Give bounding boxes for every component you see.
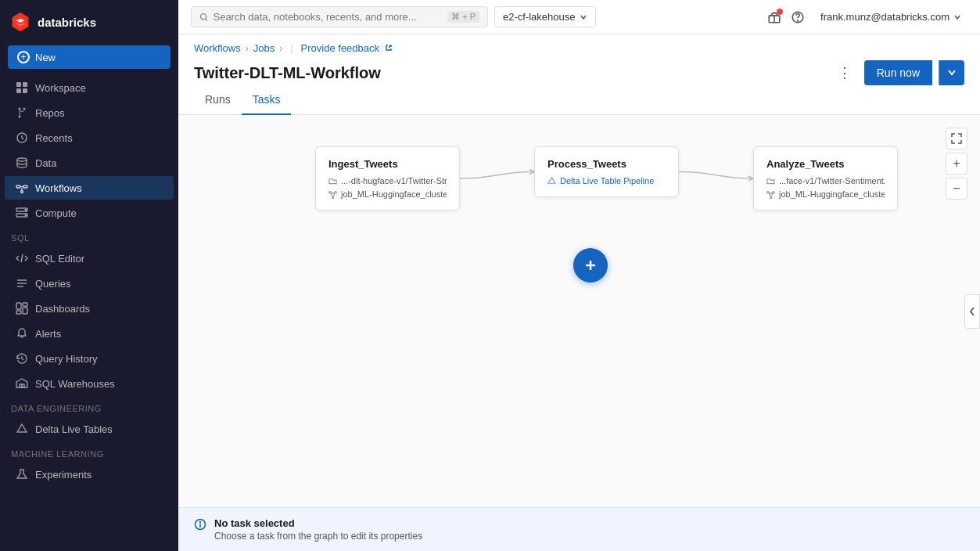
databricks-logo-icon [9, 11, 31, 33]
sidebar-item-data[interactable]: Data [5, 151, 174, 175]
workspace-label: Workspace [35, 82, 86, 94]
delta-icon [16, 423, 28, 435]
flask-icon [16, 468, 28, 481]
breadcrumb-jobs[interactable]: Jobs [253, 42, 275, 54]
task-card-process[interactable]: Process_Tweets Delta Live Table Pipeline [534, 146, 679, 197]
sidebar-item-repos[interactable]: Repos [5, 101, 174, 124]
expand-icon [951, 133, 962, 144]
page-title-row: Twitter-DLT-ML-Workflow ⋮ Run now [194, 60, 964, 85]
folder-icon-2 [766, 177, 775, 185]
more-options-button[interactable]: ⋮ [831, 61, 858, 85]
main-content: ⌘ + P e2-cf-lakehouse [178, 0, 980, 551]
sidebar-item-sql-editor[interactable]: SQL Editor [5, 247, 174, 270]
collapse-panel-button[interactable] [964, 294, 980, 329]
sidebar-item-workspace[interactable]: Workspace [5, 76, 174, 99]
sidebar-item-dashboards[interactable]: Dashboards [5, 297, 174, 320]
sidebar-item-recents[interactable]: Recents [5, 126, 174, 149]
add-task-button[interactable] [573, 248, 608, 283]
ingest-cluster: job_ML-Huggingface_cluster [341, 189, 447, 199]
cluster-icon-1 [328, 190, 337, 199]
svg-point-7 [23, 108, 26, 110]
logo-area: databricks [0, 0, 178, 44]
task-card-ingest[interactable]: Ingest_Tweets ...-dlt-hugface-v1/Twitter… [315, 146, 460, 211]
user-chevron-icon [953, 13, 961, 21]
ingest-cluster-row: job_ML-Huggingface_cluster [328, 189, 447, 199]
tab-tasks[interactable]: Tasks [242, 85, 292, 115]
run-now-dropdown-button[interactable] [939, 60, 964, 85]
ingest-title: Ingest_Tweets [328, 158, 447, 170]
tab-runs[interactable]: Runs [194, 85, 242, 115]
new-plus-icon: + [17, 51, 30, 63]
zoom-out-button[interactable]: − [946, 178, 967, 200]
ingest-path-row: ...-dlt-hugface-v1/Twitter-Stream-S3 [328, 176, 447, 185]
workspace-selector[interactable]: e2-cf-lakehouse [494, 6, 596, 27]
folder-icon-1 [328, 177, 337, 185]
svg-point-37 [200, 522, 201, 523]
topbar: ⌘ + P e2-cf-lakehouse [178, 0, 980, 34]
repos-label: Repos [35, 107, 65, 119]
svg-point-10 [17, 158, 27, 161]
user-area[interactable]: frank.munz@databricks.com [814, 8, 967, 26]
page-title: Twitter-DLT-ML-Workflow [194, 64, 381, 82]
analyze-path-row: ...face-v1/Twitter-SentimentAnalysis [766, 176, 885, 185]
svg-point-30 [335, 191, 336, 193]
zoom-in-button[interactable]: + [946, 153, 967, 175]
queries-label: Queries [35, 278, 71, 290]
info-title: No task selected [214, 517, 422, 529]
sidebar-item-queries[interactable]: Queries [5, 272, 174, 295]
breadcrumb-feedback[interactable]: Provide feedback [301, 42, 393, 54]
workflow-canvas[interactable]: Ingest_Tweets ...-dlt-hugface-v1/Twitter… [178, 115, 980, 507]
search-input[interactable] [213, 11, 443, 23]
gift-notification-dot [777, 9, 783, 15]
sidebar-item-experiments[interactable]: Experiments [5, 463, 174, 486]
logo-text: databricks [38, 16, 96, 29]
sidebar-item-sql-warehouses[interactable]: SQL Warehouses [5, 372, 174, 395]
fullscreen-button[interactable] [946, 128, 967, 149]
help-button[interactable] [791, 10, 805, 24]
svg-point-13 [21, 191, 23, 193]
svg-point-24 [200, 13, 206, 19]
svg-rect-20 [23, 308, 27, 314]
clock-icon [16, 131, 28, 144]
zoom-out-icon: − [953, 182, 960, 196]
zoom-in-icon: + [953, 157, 960, 171]
breadcrumb-pipe: | [290, 42, 293, 54]
workspace-name: e2-cf-lakehouse [503, 11, 576, 23]
data-label: Data [35, 157, 56, 169]
svg-point-29 [329, 191, 331, 193]
sql-section-label: SQL [0, 225, 178, 246]
sidebar-item-alerts[interactable]: Alerts [5, 322, 174, 345]
ingest-path: ...-dlt-hugface-v1/Twitter-Stream-S3 [341, 176, 447, 185]
breadcrumb-workflows[interactable]: Workflows [194, 42, 241, 54]
sidebar-item-delta-live-tables[interactable]: Delta Live Tables [5, 417, 174, 441]
list-icon [16, 277, 28, 290]
sidebar: databricks + New Workspace Repos Recents… [0, 0, 178, 551]
sidebar-item-query-history[interactable]: Query History [5, 347, 174, 370]
breadcrumb-sep-1: › [246, 43, 249, 54]
breadcrumb: Workflows › Jobs › | Provide feedback [194, 42, 964, 54]
chart-icon [16, 302, 28, 315]
cluster-icon-2 [766, 190, 775, 199]
svg-rect-4 [16, 88, 21, 93]
sidebar-item-workflows[interactable]: Workflows [5, 176, 174, 200]
gift-button[interactable] [767, 10, 781, 24]
dlt-icon [547, 177, 556, 185]
run-now-button[interactable]: Run now [864, 60, 932, 85]
delta-live-tables-label: Delta Live Tables [35, 423, 113, 435]
search-box[interactable]: ⌘ + P [191, 6, 488, 27]
sidebar-item-compute[interactable]: Compute [5, 201, 174, 225]
add-task-plus-icon [583, 257, 598, 273]
feedback-text: Provide feedback [301, 42, 379, 54]
svg-point-6 [19, 108, 21, 110]
info-bar: No task selected Choose a task from the … [178, 507, 980, 551]
search-shortcut: ⌘ + P [447, 11, 479, 23]
svg-point-17 [25, 214, 27, 216]
new-label: New [35, 52, 56, 63]
svg-rect-18 [16, 303, 21, 309]
page-title-actions: ⋮ Run now [831, 60, 964, 85]
svg-point-31 [332, 196, 333, 198]
task-card-analyze[interactable]: Analyze_Tweets ...face-v1/Twitter-Sentim… [753, 146, 898, 211]
tabs-bar: Runs Tasks [178, 85, 980, 115]
process-dlt[interactable]: Delta Live Table Pipeline [560, 176, 654, 185]
new-button[interactable]: + New [8, 45, 171, 69]
